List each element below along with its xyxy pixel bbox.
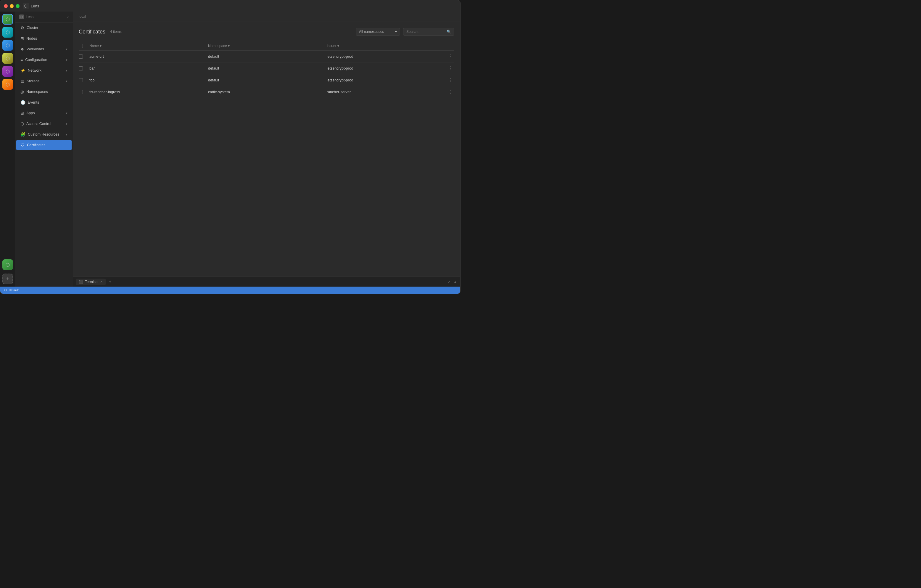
workloads-nav-icon: ❖ bbox=[20, 47, 24, 52]
table-row: acme-crt default letsencrypt-prod ⋮ bbox=[79, 50, 454, 62]
cluster-icon-6[interactable]: ⬡ bbox=[2, 79, 13, 90]
issuer-sort-button[interactable]: Issuer ▾ bbox=[327, 44, 446, 48]
sidebar-item-apps-label: Apps bbox=[26, 111, 63, 115]
maximize-button[interactable] bbox=[16, 4, 20, 8]
table-row: foo default letsencrypt-prod ⋮ bbox=[79, 74, 454, 86]
terminal-icon: ⬛ bbox=[79, 280, 83, 284]
row-1-actions: ⋮ bbox=[446, 54, 454, 59]
sidebar-item-events[interactable]: 🕐 Events bbox=[16, 98, 72, 108]
cluster-icon-1[interactable]: ⬡ bbox=[2, 14, 13, 24]
cluster-nav-icon: ⚙ bbox=[20, 26, 24, 30]
sidebar-item-namespaces-label: Namespaces bbox=[26, 90, 67, 94]
issuer-sort-icon: ▾ bbox=[337, 44, 339, 48]
header-checkbox-col bbox=[79, 44, 89, 48]
row-checkbox-col-2 bbox=[79, 66, 89, 70]
row-1-checkbox[interactable] bbox=[79, 54, 83, 59]
sidebar-item-namespaces[interactable]: ◎ Namespaces bbox=[16, 87, 72, 97]
terminal-close-button[interactable]: ✕ bbox=[100, 280, 103, 283]
row-3-actions: ⋮ bbox=[446, 77, 454, 83]
row-4-more-button[interactable]: ⋮ bbox=[447, 89, 454, 95]
configuration-chevron-icon: ▾ bbox=[66, 58, 67, 62]
sidebar-item-custom-resources[interactable]: 🧩 Custom Resources ▾ bbox=[16, 129, 72, 140]
close-button[interactable] bbox=[4, 4, 8, 8]
search-input[interactable] bbox=[406, 29, 445, 34]
table-row: tls-rancher-ingress cattle-system ranche… bbox=[79, 86, 454, 98]
content-main: Certificates 4 items All namespaces ▾ 🔍 bbox=[73, 22, 460, 277]
cluster-icon-4[interactable]: ⬡ bbox=[2, 53, 13, 64]
row-2-name[interactable]: bar bbox=[89, 66, 208, 70]
row-4-name[interactable]: tls-rancher-ingress bbox=[89, 90, 208, 94]
custom-resources-nav-icon: 🧩 bbox=[20, 132, 26, 137]
expand-icon[interactable]: ⤢ bbox=[447, 280, 451, 284]
minimize-button[interactable] bbox=[10, 4, 14, 8]
row-4-namespace: cattle-system bbox=[208, 90, 327, 94]
cluster-icon-7[interactable]: ⬡ bbox=[2, 259, 13, 270]
namespace-select-value: All namespaces bbox=[359, 29, 384, 34]
cluster-icon-5[interactable]: ⬡ bbox=[2, 66, 13, 77]
select-all-checkbox[interactable] bbox=[79, 44, 83, 48]
custom-resources-chevron-icon: ▾ bbox=[66, 133, 67, 137]
sidebar-item-configuration[interactable]: ≡ Configuration ▾ bbox=[16, 55, 72, 65]
items-count-badge: 4 items bbox=[110, 29, 122, 34]
row-1-namespace: default bbox=[208, 54, 327, 59]
header-issuer-col: Issuer ▾ bbox=[327, 44, 446, 48]
certificates-nav-icon: 🛡 bbox=[20, 143, 24, 147]
terminal-tab[interactable]: ⬛ Terminal ✕ bbox=[76, 279, 106, 285]
table-row: bar default letsencrypt-prod ⋮ bbox=[79, 62, 454, 74]
row-2-checkbox[interactable] bbox=[79, 66, 83, 70]
content-title-left: Certificates 4 items bbox=[79, 29, 122, 35]
namespace-dropdown[interactable]: All namespaces ▾ bbox=[356, 28, 400, 36]
collapse-icon[interactable]: ▲ bbox=[453, 280, 457, 284]
namespace-sort-button[interactable]: Namespace ▾ bbox=[208, 44, 327, 48]
cluster-icon-2[interactable]: ⬡ bbox=[2, 27, 13, 37]
sidebar-item-nodes-label: Nodes bbox=[26, 36, 67, 41]
sidebar-item-workloads-label: Workloads bbox=[27, 47, 63, 51]
sidebar-item-apps[interactable]: ⊞ Apps ▾ bbox=[16, 108, 72, 118]
row-checkbox-col-1 bbox=[79, 54, 89, 59]
content-area: local Certificates 4 items All namespace… bbox=[73, 11, 460, 287]
sidebar-item-cluster[interactable]: ⚙ Cluster bbox=[16, 23, 72, 33]
header-namespace-col: Namespace ▾ bbox=[208, 44, 327, 48]
sidebar-item-network[interactable]: ⚡ Network ▾ bbox=[16, 65, 72, 75]
row-1-more-button[interactable]: ⋮ bbox=[447, 53, 454, 60]
row-3-name[interactable]: foo bbox=[89, 78, 208, 82]
terminal-tabs: ⬛ Terminal ✕ + bbox=[76, 279, 113, 285]
cluster-icon-3[interactable]: ⬡ bbox=[2, 40, 13, 50]
sidebar-item-network-label: Network bbox=[28, 68, 63, 73]
add-terminal-button[interactable]: + bbox=[107, 279, 112, 285]
status-bar: 🛡 default bbox=[0, 287, 460, 294]
content-title-right: All namespaces ▾ 🔍 bbox=[356, 28, 454, 36]
status-context-label: default bbox=[9, 288, 19, 292]
window-controls bbox=[4, 4, 20, 8]
nav-sidebar: ⬡ Lens ‹ ⚙ Cluster ⊞ Nodes ❖ Workloads ▾ bbox=[15, 11, 73, 287]
row-4-issuer: rancher-server bbox=[327, 90, 446, 94]
page-title: Certificates bbox=[79, 29, 105, 35]
row-2-more-button[interactable]: ⋮ bbox=[447, 65, 454, 72]
sidebar-item-events-label: Events bbox=[28, 100, 67, 104]
row-1-name[interactable]: acme-crt bbox=[89, 54, 208, 59]
nav-header-title-group: ⬡ Lens bbox=[19, 15, 33, 19]
row-3-more-button[interactable]: ⋮ bbox=[447, 77, 454, 83]
row-3-checkbox[interactable] bbox=[79, 78, 83, 82]
collapse-sidebar-button[interactable]: ‹ bbox=[67, 15, 69, 19]
storage-nav-icon: ▤ bbox=[20, 79, 24, 83]
add-cluster-button[interactable]: + bbox=[2, 274, 13, 284]
name-sort-button[interactable]: Name ▾ bbox=[89, 44, 208, 48]
lens-nav-logo-icon: ⬡ bbox=[19, 15, 24, 19]
row-4-actions: ⋮ bbox=[446, 89, 454, 95]
terminal-tab-label: Terminal bbox=[85, 280, 98, 284]
sidebar-item-nodes[interactable]: ⊞ Nodes bbox=[16, 33, 72, 44]
apps-nav-icon: ⊞ bbox=[20, 111, 24, 116]
events-nav-icon: 🕐 bbox=[20, 100, 26, 105]
sidebar-item-workloads[interactable]: ❖ Workloads ▾ bbox=[16, 44, 72, 54]
issuer-col-label: Issuer bbox=[327, 44, 337, 48]
breadcrumb-text: local bbox=[79, 15, 86, 19]
sidebar-item-access-control-label: Access Control bbox=[26, 122, 63, 126]
access-control-chevron-icon: ▾ bbox=[66, 122, 67, 126]
row-3-namespace: default bbox=[208, 78, 327, 82]
sidebar-item-access-control[interactable]: ⬡ Access Control ▾ bbox=[16, 119, 72, 129]
sidebar-item-storage[interactable]: ▤ Storage ▾ bbox=[16, 76, 72, 86]
sidebar-item-certificates[interactable]: 🛡 Certificates bbox=[16, 140, 72, 150]
app-title: ⬡ Lens bbox=[23, 3, 39, 9]
row-4-checkbox[interactable] bbox=[79, 90, 83, 94]
